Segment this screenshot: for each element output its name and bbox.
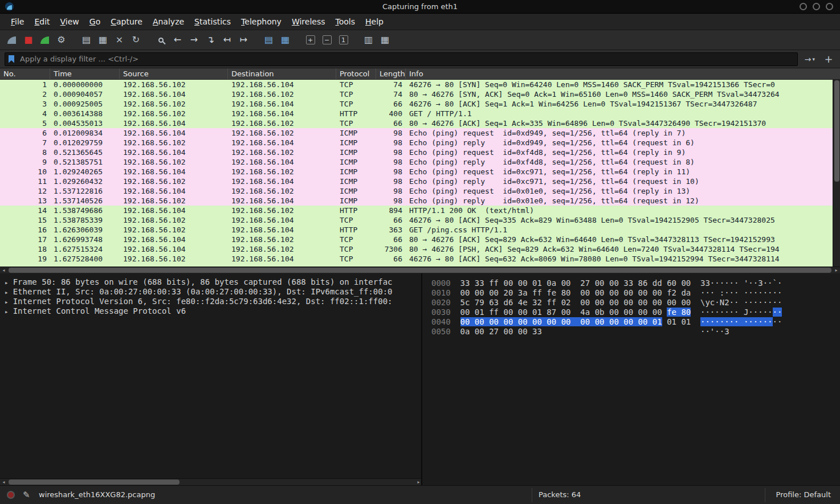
column-header-length[interactable]: Length: [376, 68, 406, 79]
detail-line[interactable]: ▸Ethernet II, Src: 0a:00:27:00:00:33 (0a…: [5, 287, 421, 297]
fit-columns-button[interactable]: ▦: [377, 32, 393, 48]
capture-comment-icon[interactable]: ✎: [23, 490, 30, 500]
detail-scroll-right-icon[interactable]: ▸: [415, 479, 422, 486]
open-file-button[interactable]: ▤: [79, 32, 94, 48]
menu-tools[interactable]: Tools: [331, 15, 361, 28]
hex-row[interactable]: 001000 00 00 20 3a ff fe 80 00 00 00 00 …: [431, 288, 840, 298]
menu-capture[interactable]: Capture: [105, 15, 148, 28]
menu-statistics[interactable]: Statistics: [189, 15, 236, 28]
auto-scroll-button[interactable]: ▤: [261, 32, 276, 48]
column-header-protocol[interactable]: Protocol: [336, 68, 376, 79]
first-packet-button[interactable]: ↤: [219, 32, 235, 48]
detail-line[interactable]: ▸Internet Protocol Version 6, Src: fe80:…: [5, 297, 421, 306]
column-header-source[interactable]: Source: [120, 68, 228, 79]
colorize-packets-button[interactable]: ▦: [278, 32, 293, 48]
column-header-no[interactable]: No.: [0, 68, 50, 79]
packet-row[interactable]: 191.627528400192.168.56.102192.168.56.10…: [0, 254, 833, 264]
cell-no: 12: [0, 186, 50, 196]
save-file-button[interactable]: ▦: [95, 32, 111, 48]
detail-hscrollbar[interactable]: ◂ ▸: [0, 478, 422, 485]
expander-icon[interactable]: ▸: [5, 298, 9, 306]
detail-line[interactable]: ▸Internet Control Message Protocol v6: [5, 306, 421, 316]
hscrollbar-thumb[interactable]: [9, 268, 831, 273]
close-button[interactable]: [826, 3, 833, 10]
minimize-button[interactable]: [800, 3, 807, 10]
last-packet-button[interactable]: ↦: [236, 32, 251, 48]
cell-dst: 192.168.56.102: [228, 89, 336, 99]
zoom-in-button[interactable]: +: [303, 32, 318, 48]
filter-add-button[interactable]: +: [822, 52, 835, 66]
cell-proto: HTTP: [336, 225, 376, 235]
go-back-button[interactable]: ←: [170, 32, 185, 48]
packet-row[interactable]: 50.004535013192.168.56.104192.168.56.102…: [0, 118, 833, 128]
expander-icon[interactable]: ▸: [5, 308, 9, 315]
packet-row[interactable]: 171.626993748192.168.56.104192.168.56.10…: [0, 235, 833, 244]
packet-row[interactable]: 40.003614388192.168.56.102192.168.56.104…: [0, 109, 833, 118]
hex-row[interactable]: 00205c 79 63 d6 4e 32 ff 02 00 00 00 00 …: [431, 298, 840, 308]
scroll-left-icon[interactable]: ◂: [0, 267, 7, 274]
packet-row[interactable]: 131.537140526192.168.56.102192.168.56.10…: [0, 196, 833, 206]
menu-telephony[interactable]: Telephony: [236, 15, 287, 28]
reload-file-button[interactable]: ↻: [128, 32, 144, 48]
packet-row[interactable]: 20.000904057192.168.56.104192.168.56.102…: [0, 89, 833, 99]
vscrollbar-thumb[interactable]: [834, 80, 839, 182]
cell-len: 98: [376, 157, 406, 167]
packet-row[interactable]: 121.537122816192.168.56.104192.168.56.10…: [0, 186, 833, 196]
scroll-right-icon[interactable]: ▸: [833, 267, 840, 274]
cell-no: 6: [0, 128, 50, 138]
menu-edit[interactable]: Edit: [29, 15, 55, 28]
packet-row[interactable]: 80.521365645192.168.56.104192.168.56.102…: [0, 147, 833, 157]
packet-row[interactable]: 111.029260432192.168.56.102192.168.56.10…: [0, 177, 833, 186]
menu-go[interactable]: Go: [84, 15, 105, 28]
zoom-out-button[interactable]: −: [319, 32, 335, 48]
column-header-info[interactable]: Info: [406, 68, 840, 79]
cell-no: 17: [0, 235, 50, 244]
go-to-packet-button[interactable]: ↴: [203, 32, 218, 48]
detail-line[interactable]: ▸Frame 50: 86 bytes on wire (688 bits), …: [5, 277, 421, 287]
column-header-destination[interactable]: Destination: [228, 68, 336, 79]
stop-capture-button[interactable]: ■: [21, 32, 36, 48]
menu-analyze[interactable]: Analyze: [148, 15, 189, 28]
packet-row[interactable]: 161.626306039192.168.56.102192.168.56.10…: [0, 225, 833, 235]
expander-icon[interactable]: ▸: [5, 279, 9, 286]
hex-row[interactable]: 00500a 00 27 00 00 33··'··3: [431, 327, 840, 337]
hscrollbar-track[interactable]: [7, 267, 833, 273]
packet-row[interactable]: 70.012029759192.168.56.102192.168.56.104…: [0, 138, 833, 147]
close-file-button[interactable]: ×: [112, 32, 127, 48]
maximize-button[interactable]: [813, 3, 820, 10]
detail-hscrollbar-track[interactable]: [7, 479, 415, 485]
packet-row[interactable]: 181.627515324192.168.56.104192.168.56.10…: [0, 244, 833, 254]
restart-capture-button[interactable]: [37, 32, 52, 48]
filter-apply-button[interactable]: → ▾: [802, 52, 817, 66]
packet-list-vscrollbar[interactable]: [833, 80, 840, 267]
menu-wireless[interactable]: Wireless: [287, 15, 331, 28]
hex-dump-pane: 000033 33 ff 00 00 01 0a 00 27 00 00 33 …: [423, 273, 840, 485]
hex-row[interactable]: 000033 33 ff 00 00 01 0a 00 27 00 00 33 …: [431, 278, 840, 288]
go-forward-button[interactable]: →: [186, 32, 202, 48]
find-packet-button[interactable]: [153, 32, 169, 48]
detail-hscrollbar-thumb[interactable]: [9, 480, 180, 485]
hex-row[interactable]: 003000 01 ff 00 00 01 87 00 4a 0b 00 00 …: [431, 308, 840, 317]
expander-icon[interactable]: ▸: [5, 289, 9, 296]
resize-columns-button[interactable]: ▥: [361, 32, 376, 48]
packet-list-hscrollbar[interactable]: ◂ ▸: [0, 267, 840, 273]
packet-row[interactable]: 101.029240265192.168.56.104192.168.56.10…: [0, 167, 833, 177]
capture-options-button[interactable]: ⚙: [54, 32, 69, 48]
profile-selector[interactable]: Profile: Default: [776, 490, 831, 499]
packet-row[interactable]: 30.000925005192.168.56.102192.168.56.104…: [0, 99, 833, 109]
display-filter-input[interactable]: [5, 52, 798, 66]
packet-row[interactable]: 151.538785339192.168.56.102192.168.56.10…: [0, 215, 833, 225]
packet-row[interactable]: 10.000000000192.168.56.102192.168.56.104…: [0, 80, 833, 89]
start-capture-button[interactable]: [4, 32, 19, 48]
detail-scroll-left-icon[interactable]: ◂: [0, 479, 7, 486]
hex-row[interactable]: 004000 00 00 00 00 00 00 00 00 00 00 00 …: [431, 317, 840, 327]
packet-row[interactable]: 141.538749686192.168.56.104192.168.56.10…: [0, 206, 833, 215]
packet-row[interactable]: 60.012009834192.168.56.104192.168.56.102…: [0, 128, 833, 138]
zoom-100-button[interactable]: 1: [336, 32, 351, 48]
packet-row[interactable]: 90.521385751192.168.56.102192.168.56.104…: [0, 157, 833, 167]
menu-file[interactable]: File: [6, 15, 29, 28]
column-header-time[interactable]: Time: [50, 68, 120, 79]
expert-info-icon[interactable]: [7, 491, 15, 499]
menu-help[interactable]: Help: [360, 15, 389, 28]
menu-view[interactable]: View: [55, 15, 84, 28]
